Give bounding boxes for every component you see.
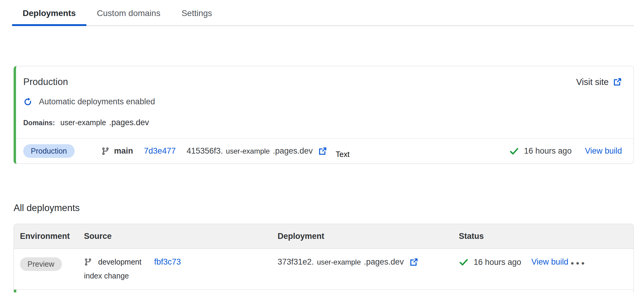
table-header-row: Environment Source Deployment Status (14, 224, 633, 249)
view-build-link[interactable]: View build (585, 146, 622, 156)
tab-bar: Deployments Custom domains Settings (12, 0, 634, 26)
deployment-status: 16 hours ago (459, 257, 531, 267)
deployment-url-suffix: .pages.dev (273, 146, 313, 156)
deployment-url-name: user-example (317, 258, 361, 266)
visit-site-link[interactable]: Visit site (576, 77, 622, 87)
source-branch: main (101, 146, 133, 156)
deployments-table: Environment Source Deployment Status Pre… (14, 224, 634, 292)
refresh-icon (23, 97, 32, 106)
domains-label: Domains: (23, 119, 55, 127)
view-build-link[interactable]: View build (531, 257, 568, 267)
git-branch-icon (101, 147, 110, 155)
deployment-url-link[interactable]: 373f31e2. user-example .pages.dev (278, 257, 459, 267)
production-title: Production (23, 76, 68, 87)
environment-badge: Preview (20, 257, 62, 271)
deployment-status: 16 hours ago (509, 146, 572, 156)
ellipsis-icon[interactable]: ••• (571, 257, 587, 269)
production-card: Production Visit site Automatic deployme… (14, 66, 634, 164)
deployment-url-link[interactable]: 415356f3. user-example .pages.dev (187, 146, 327, 156)
next-row-partial (14, 290, 633, 292)
deployment-url-prefix: 415356f3. (187, 146, 223, 156)
deployment-time: 16 hours ago (524, 146, 572, 156)
external-link-icon (318, 147, 327, 156)
table-row: Preview development fbf3c73 index change… (14, 249, 633, 290)
visit-site-label: Visit site (576, 77, 609, 87)
environment-badge: Production (23, 144, 75, 158)
column-header-environment: Environment (20, 232, 84, 241)
column-header-source: Source (84, 232, 278, 241)
production-card-header: Production Visit site Automatic deployme… (16, 66, 633, 138)
commit-hash-link[interactable]: fbf3c73 (154, 257, 181, 267)
column-header-status: Status (459, 232, 531, 241)
domain-name: user-example (60, 118, 106, 127)
domain-value: user-example .pages.dev (60, 118, 149, 127)
deployment-url-suffix: .pages.dev (364, 257, 404, 267)
deployment-url-prefix: 373f31e2. (278, 257, 314, 267)
branch-name: development (98, 258, 141, 266)
commit-message: index change (84, 272, 278, 280)
branch-name: main (114, 146, 133, 156)
auto-deploy-text: Automatic deployments enabled (39, 97, 155, 106)
commit-hash-link[interactable]: 7d3e477 (144, 146, 176, 156)
external-link-icon (613, 77, 622, 86)
all-deployments-title: All deployments (14, 203, 644, 213)
deployment-url-name: user-example (226, 147, 270, 155)
deployment-time: 16 hours ago (474, 258, 521, 267)
domain-suffix: .pages.dev (109, 118, 149, 127)
git-branch-icon (84, 258, 92, 266)
production-deployment-row: Production main 7d3e477 415356f3. user-e… (16, 138, 633, 164)
tab-settings[interactable]: Settings (171, 0, 223, 25)
overlay-label: Text (336, 150, 349, 159)
check-icon (509, 146, 519, 156)
external-link-icon (409, 258, 418, 267)
tab-custom-domains[interactable]: Custom domains (86, 0, 171, 25)
column-header-deployment: Deployment (278, 232, 459, 241)
check-icon (459, 257, 469, 267)
tab-deployments[interactable]: Deployments (12, 0, 86, 25)
